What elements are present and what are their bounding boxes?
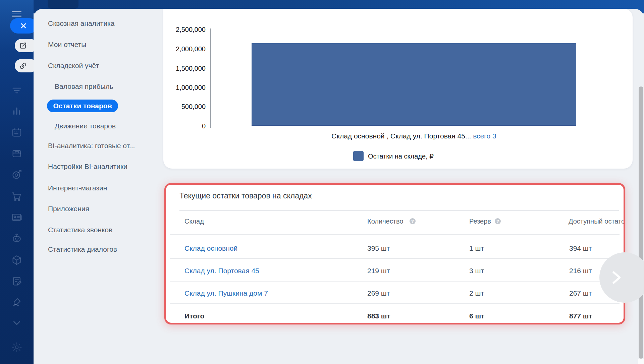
funnel-icon	[11, 85, 22, 96]
current-stock-panel: Текущие остатки товаров на складах Склад…	[164, 183, 625, 324]
row-divider	[170, 234, 620, 235]
y-tick-2000000: 2,000,000	[167, 45, 206, 53]
sidebar-more-toggle[interactable]	[11, 317, 22, 328]
qty-main: 395 шт	[367, 244, 390, 253]
close-icon	[19, 22, 28, 30]
bar-chart-icon	[11, 106, 22, 117]
legend-swatch	[353, 151, 364, 161]
settings-icon	[11, 342, 22, 353]
warehouse-link-main[interactable]: Склад основной	[184, 244, 237, 253]
menu-item-my-reports[interactable]: Мои отчеты	[48, 40, 86, 49]
y-tick-1000000: 1,000,000	[167, 83, 206, 92]
y-axis-line	[210, 28, 211, 128]
stock-chart-card: 2,500,000 2,000,000 1,500,000 1,000,000 …	[163, 9, 633, 169]
document-edit-icon	[11, 276, 22, 287]
warehouse-link-portovaya[interactable]: Склад ул. Портовая 45	[184, 266, 259, 275]
scrollbar-track-end	[638, 359, 644, 364]
cart-icon	[11, 191, 22, 202]
sidebar-item-settings[interactable]	[11, 342, 22, 353]
qty-portovaya: 219 шт	[367, 266, 390, 275]
hamburger-menu-icon[interactable]	[12, 11, 21, 18]
menu-item-end-to-end-analytics[interactable]: Сквозная аналитика	[48, 19, 114, 28]
sidebar-item-planner[interactable]	[11, 127, 22, 138]
warehouse-link-pushkina[interactable]: Склад ул. Пушкина дом 7	[184, 289, 268, 298]
total-warehouses-link[interactable]: всего 3	[473, 132, 496, 140]
col-header-reserve: Резерв	[469, 217, 491, 226]
icon-sidebar	[0, 0, 34, 364]
signature-icon	[11, 296, 22, 308]
sidebar-item-analytics[interactable]	[11, 106, 22, 117]
sidebar-item-shop-cart[interactable]	[11, 191, 22, 202]
target-icon	[11, 169, 22, 180]
sidebar-item-store[interactable]	[11, 148, 22, 159]
external-link-icon	[19, 42, 27, 50]
qty-pushkina: 269 шт	[367, 289, 390, 298]
sidebar-item-catalog[interactable]	[11, 254, 22, 266]
planner-icon	[11, 127, 22, 138]
quantity-help-icon[interactable]: ?	[410, 218, 416, 224]
available-pushkina: 267 шт	[569, 289, 592, 298]
row-divider	[170, 281, 620, 282]
menu-item-warehouse-accounting[interactable]: Складской учёт	[48, 61, 99, 70]
col-header-quantity: Количество	[367, 217, 403, 226]
total-label: Итого	[184, 311, 204, 320]
link-icon	[19, 62, 27, 70]
sidebar-item-funnel[interactable]	[11, 85, 22, 96]
menu-item-dialog-statistics[interactable]: Статистика диалогов	[48, 245, 117, 254]
reports-menu: Сквозная аналитика Мои отчеты Складской …	[34, 9, 163, 364]
menu-item-bi-analytics-settings[interactable]: Настройки BI-аналитики	[48, 162, 127, 171]
available-portovaya: 216 шт	[569, 266, 592, 275]
y-tick-0: 0	[167, 122, 206, 130]
legend-label: Остатки на складе, ₽	[368, 152, 434, 160]
menu-item-call-statistics[interactable]: Статистика звонков	[48, 225, 112, 235]
sidebar-item-contacts[interactable]	[11, 212, 22, 223]
chevron-right-icon	[607, 268, 625, 287]
header-top-divider	[179, 210, 619, 211]
x-axis-category-label: Склад основной , Склад ул. Портовая 45..…	[252, 132, 576, 140]
menu-item-gross-profit[interactable]: Валовая прибыль	[55, 82, 113, 91]
menu-item-goods-movement[interactable]: Движение товаров	[55, 121, 116, 131]
active-menu-label: Остатки товаров	[53, 102, 112, 110]
sidebar-item-documents[interactable]	[11, 276, 22, 287]
row-divider	[170, 258, 620, 259]
vertical-scrollbar-thumb[interactable]	[639, 86, 643, 359]
reserve-help-icon[interactable]: ?	[495, 218, 501, 224]
contact-card-icon	[11, 212, 22, 223]
chart-legend: Остатки на складе, ₽	[353, 151, 434, 161]
chevron-down-icon	[11, 317, 22, 328]
package-icon	[11, 254, 22, 266]
total-qty: 883 шт	[367, 311, 390, 320]
topbar-hidden-button	[48, 0, 78, 9]
sidebar-item-bots[interactable]	[11, 233, 22, 244]
col-header-warehouse: Склад	[184, 217, 204, 226]
y-tick-1500000: 1,500,000	[167, 64, 206, 73]
sidebar-item-crm-marketing[interactable]	[11, 169, 22, 180]
available-main: 394 шт	[569, 244, 592, 253]
sidebar-item-sign[interactable]	[11, 296, 22, 308]
total-reserve: 6 шт	[469, 311, 484, 320]
column-divider	[359, 210, 359, 323]
stock-value-bar[interactable]	[252, 43, 576, 126]
menu-item-apps[interactable]: Приложения	[48, 204, 89, 214]
reserve-main: 1 шт	[469, 244, 484, 253]
reserve-pushkina: 2 шт	[469, 289, 484, 298]
close-panel-button[interactable]	[10, 18, 37, 34]
col-header-available: Доступный остаток	[569, 217, 625, 226]
reserve-portovaya: 3 шт	[469, 266, 484, 275]
warehouses-label: Склад основной , Склад ул. Портовая 45..…	[331, 132, 471, 140]
panel-title: Текущие остатки товаров на складах	[179, 191, 312, 200]
menu-item-bi-analytics-reports[interactable]: BI-аналитика: готовые от...	[48, 141, 135, 150]
menu-item-stock-balance-active[interactable]: Остатки товаров	[47, 100, 118, 112]
y-tick-2500000: 2,500,000	[167, 25, 206, 34]
storefront-icon	[11, 148, 22, 159]
total-available: 877 шт	[569, 311, 592, 320]
y-tick-500000: 500,000	[167, 102, 206, 111]
robot-icon	[11, 233, 22, 244]
row-divider	[170, 303, 620, 304]
menu-item-online-store[interactable]: Интернет-магазин	[48, 183, 107, 193]
